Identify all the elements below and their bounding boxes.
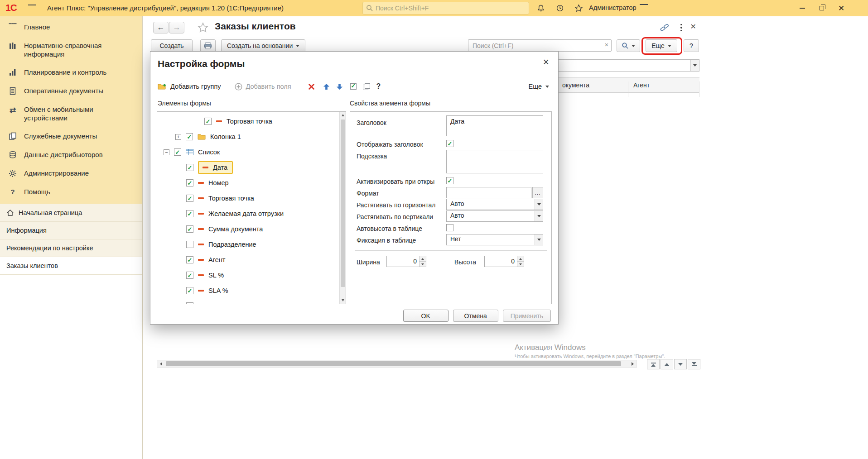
go-to-bottom-button[interactable] — [688, 359, 700, 369]
checkbox[interactable]: ✓ — [186, 302, 193, 304]
horizontal-scrollbar[interactable] — [157, 360, 637, 368]
dialog-close-icon[interactable]: × — [543, 57, 549, 67]
filter-dropdown-button[interactable] — [690, 60, 699, 71]
tree-item[interactable]: ✓ Номер — [157, 175, 339, 191]
stepper-up-icon[interactable] — [420, 256, 426, 261]
scroll-up-icon[interactable] — [340, 112, 346, 119]
tree-item-selected[interactable]: ✓ Дата — [157, 160, 339, 175]
nav-item-recommendations[interactable]: Рекомендации по настройке — [0, 239, 142, 257]
create-based-on-button[interactable]: Создать на основании — [221, 39, 305, 52]
sidebar-item-mobile-exchange[interactable]: ⇄ Обмен с мобильными устройствами — [0, 100, 142, 128]
fix-in-table-combobox[interactable]: Нет — [446, 234, 543, 245]
sidebar-item-service-docs[interactable]: Служебные документы — [0, 127, 142, 146]
dialog-more-button[interactable]: Еще — [528, 83, 549, 90]
history-icon[interactable] — [555, 3, 565, 13]
column-header-agent[interactable]: Агент — [633, 81, 650, 89]
show-title-checkbox[interactable]: ✓ — [446, 140, 453, 147]
tree-item[interactable]: ✓ Агент — [157, 252, 339, 268]
move-down-button[interactable] — [336, 83, 343, 90]
combobox-dropdown-button[interactable] — [535, 199, 543, 210]
checkbox[interactable]: ✓ — [186, 210, 193, 217]
favorites-star-icon[interactable] — [573, 3, 584, 13]
list-search-input[interactable] — [468, 39, 612, 52]
tree-item[interactable]: ✓ Торговая точка — [157, 114, 339, 129]
sidebar-item-main[interactable]: Главное — [0, 18, 142, 37]
column-header-sum[interactable]: окумента — [562, 81, 589, 89]
checkbox[interactable]: ✓ — [186, 133, 193, 140]
nav-item-information[interactable]: Информация — [0, 222, 142, 239]
format-ellipsis-button[interactable]: ... — [532, 187, 543, 198]
scrollbar-thumb[interactable] — [341, 120, 345, 287]
checkbox[interactable]: ✓ — [186, 287, 193, 294]
ok-button[interactable]: OK — [403, 310, 448, 322]
tree-item[interactable]: ✓ SLP % — [157, 298, 339, 304]
go-to-top-button[interactable] — [647, 359, 660, 369]
go-up-button[interactable] — [661, 359, 673, 369]
nav-item-home[interactable]: Начальная страница — [0, 204, 142, 222]
expand-icon[interactable]: + — [175, 134, 181, 140]
checkbox[interactable]: ✓ — [186, 225, 193, 233]
scroll-left-icon[interactable] — [157, 360, 165, 367]
tree-item[interactable]: ✓ SLA % — [157, 283, 339, 298]
title-field[interactable]: Дата — [446, 115, 543, 136]
sidebar-item-help[interactable]: ? Помощь — [0, 183, 142, 201]
add-group-button[interactable]: Добавить группу — [158, 83, 221, 90]
more-options-dots-icon[interactable] — [678, 23, 685, 33]
stretch-horizontal-combobox[interactable]: Авто — [446, 199, 543, 210]
sidebar-item-distributors-data[interactable]: Данные дистрибьюторов — [0, 146, 142, 164]
global-search-input[interactable] — [376, 2, 525, 14]
advanced-search-button[interactable] — [617, 39, 640, 52]
dialog-help-button[interactable]: ? — [376, 82, 381, 91]
checkbox[interactable]: ✓ — [186, 179, 193, 186]
checkbox[interactable]: ✓ — [186, 256, 193, 263]
clear-search-icon[interactable]: × — [605, 42, 608, 48]
restore-window-button[interactable] — [815, 3, 829, 14]
activate-on-open-checkbox[interactable]: ✓ — [446, 177, 453, 184]
sidebar-item-operational-docs[interactable]: Оперативные документы — [0, 82, 142, 100]
go-down-button[interactable] — [674, 359, 687, 369]
apply-button[interactable]: Применить — [503, 310, 551, 322]
checkbox[interactable]: ✓ — [186, 195, 193, 202]
collapse-icon[interactable]: − — [164, 149, 169, 155]
forward-button[interactable]: → — [169, 22, 184, 33]
checkbox[interactable]: ✓ — [186, 272, 193, 279]
checkbox[interactable] — [186, 241, 193, 248]
stepper-up-icon[interactable] — [517, 256, 524, 261]
scrollbar-track[interactable] — [165, 360, 629, 367]
add-fields-button[interactable]: Добавить поля — [235, 83, 291, 91]
tree-item[interactable]: − ✓ Список — [157, 144, 339, 160]
stepper-down-icon[interactable] — [517, 261, 524, 267]
width-stepper[interactable]: 0 — [386, 256, 426, 267]
more-button[interactable]: Еще — [646, 39, 677, 52]
tree-item[interactable]: Подразделение — [157, 237, 339, 252]
tooltip-field[interactable] — [446, 150, 543, 173]
autoheight-checkbox[interactable] — [446, 224, 453, 231]
checkbox[interactable]: ✓ — [204, 118, 212, 125]
checkbox[interactable]: ✓ — [186, 164, 193, 171]
height-stepper[interactable]: 0 — [484, 256, 524, 267]
close-page-icon[interactable]: × — [690, 21, 696, 32]
cancel-button[interactable]: Отмена — [453, 310, 498, 322]
scroll-down-icon[interactable] — [340, 297, 346, 304]
tree-item[interactable]: ✓ Желаемая дата отгрузки — [157, 206, 339, 221]
checkbox[interactable]: ✓ — [174, 148, 181, 156]
uncheck-all-button[interactable] — [363, 83, 369, 90]
help-button[interactable]: ? — [684, 39, 699, 52]
notifications-bell-icon[interactable] — [535, 3, 546, 13]
move-up-button[interactable] — [323, 83, 330, 90]
sidebar-item-reference-info[interactable]: Нормативно-справочная информация — [0, 37, 142, 64]
back-button[interactable]: ← — [153, 22, 169, 33]
get-link-icon[interactable] — [660, 23, 670, 34]
scrollbar-thumb[interactable] — [166, 361, 621, 366]
stepper-down-icon[interactable] — [420, 261, 426, 267]
minimize-button[interactable] — [796, 3, 809, 14]
combobox-dropdown-button[interactable] — [535, 211, 543, 221]
close-window-button[interactable]: ✕ — [834, 3, 848, 14]
scroll-right-icon[interactable] — [629, 360, 637, 367]
print-button[interactable] — [200, 39, 216, 52]
current-user[interactable]: Администратор — [589, 4, 637, 11]
tree-vertical-scrollbar[interactable] — [339, 112, 346, 304]
tree-item[interactable]: ✓ SL % — [157, 268, 339, 283]
create-button[interactable]: Создать — [151, 39, 193, 52]
global-search[interactable] — [362, 2, 529, 14]
